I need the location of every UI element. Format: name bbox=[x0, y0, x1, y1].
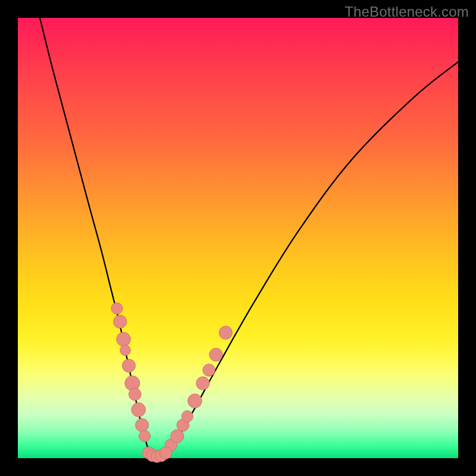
data-dot-right bbox=[219, 326, 232, 339]
data-dot-right bbox=[188, 394, 202, 408]
data-dot-bottom bbox=[159, 447, 172, 459]
chart-stage: TheBottleneck.com bbox=[0, 0, 476, 476]
data-dot-left bbox=[139, 430, 151, 441]
data-dot-right bbox=[196, 377, 209, 390]
data-dot-left bbox=[136, 418, 149, 431]
chart-svg bbox=[18, 18, 458, 458]
data-dot-left bbox=[117, 332, 131, 346]
data-dots-group bbox=[111, 303, 233, 463]
data-dot-left bbox=[129, 388, 141, 400]
data-dot-right bbox=[171, 430, 184, 443]
data-dot-left bbox=[122, 359, 135, 372]
data-dot-right bbox=[181, 411, 193, 422]
data-dot-left bbox=[131, 403, 146, 417]
data-dot-left bbox=[111, 303, 123, 314]
data-dot-left bbox=[120, 345, 131, 356]
bottleneck-curve-path bbox=[40, 18, 458, 458]
data-dot-right bbox=[203, 364, 215, 377]
data-dot-right bbox=[209, 348, 223, 361]
plot-area bbox=[18, 18, 458, 458]
data-dot-left bbox=[114, 315, 127, 328]
